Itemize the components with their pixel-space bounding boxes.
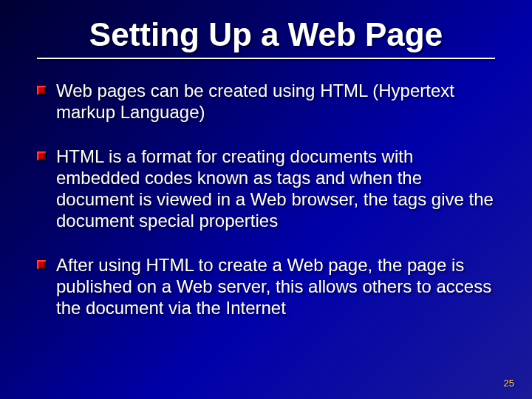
bullet-item: After using HTML to create a Web page, t…: [37, 254, 495, 319]
bullet-item: HTML is a format for creating documents …: [37, 146, 495, 232]
bullet-item: Web pages can be created using HTML (Hyp…: [37, 80, 495, 123]
bullet-text: HTML is a format for creating documents …: [56, 146, 495, 232]
page-number: 25: [504, 378, 514, 389]
bullet-text: Web pages can be created using HTML (Hyp…: [56, 80, 495, 123]
slide-content: Web pages can be created using HTML (Hyp…: [0, 72, 532, 318]
bullet-icon: [37, 260, 46, 269]
bullet-icon: [37, 151, 46, 160]
bullet-icon: [37, 86, 46, 95]
slide-title: Setting Up a Web Page: [0, 0, 532, 72]
bullet-text: After using HTML to create a Web page, t…: [56, 254, 495, 319]
